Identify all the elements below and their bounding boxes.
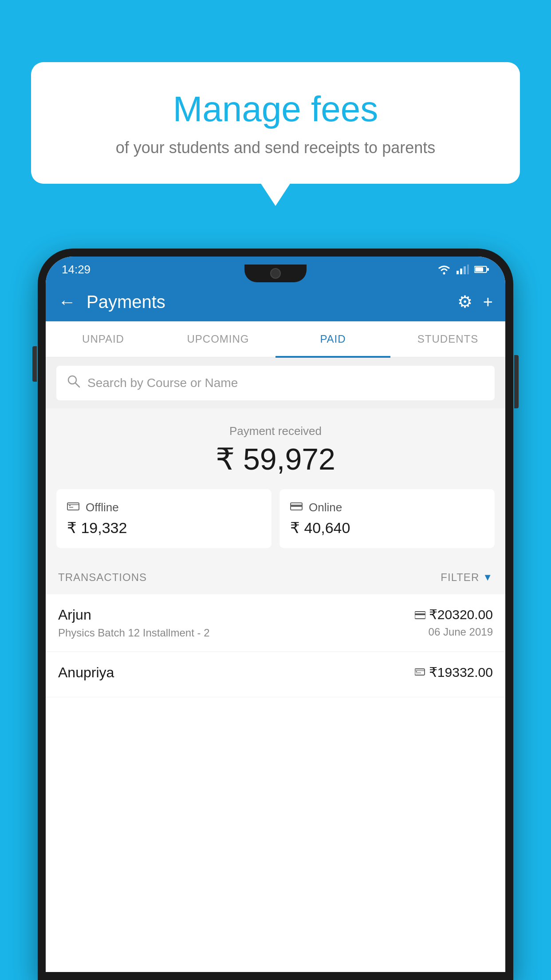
offline-payment-card: Offline ₹ 19,332 (56, 489, 272, 548)
search-bar[interactable]: Search by Course or Name (56, 366, 495, 400)
search-icon (67, 375, 80, 391)
add-button[interactable]: + (483, 292, 493, 312)
svg-point-0 (443, 273, 445, 275)
offline-label: Offline (86, 501, 119, 514)
back-button[interactable]: ← (58, 292, 76, 312)
svg-rect-15 (291, 505, 302, 507)
battery-icon (474, 265, 489, 273)
transaction-right: ₹19332.00 (415, 664, 493, 680)
tab-paid[interactable]: PAID (276, 321, 390, 357)
svg-rect-2 (460, 269, 462, 274)
app-header: ← Payments ⚙ + (46, 282, 505, 321)
online-payment-card: Online ₹ 40,640 (279, 489, 495, 548)
transaction-name: Anupriya (58, 664, 415, 681)
phone-camera (270, 268, 281, 279)
header-icons: ⚙ + (457, 292, 493, 312)
table-row[interactable]: Arjun Physics Batch 12 Installment - 2 ₹… (46, 594, 505, 652)
cash-icon-small (415, 665, 425, 680)
phone-frame: 14:29 (38, 249, 513, 980)
power-button (514, 355, 519, 408)
transactions-header: TRANSACTIONS FILTER ▼ (46, 561, 505, 594)
payment-received-label: Payment received (56, 424, 495, 438)
payment-breakdown-section: Offline ₹ 19,332 Online ₹ 40,640 (46, 489, 505, 561)
transactions-label: TRANSACTIONS (58, 571, 147, 584)
volume-button (32, 346, 37, 382)
transaction-amount: ₹19332.00 (415, 664, 493, 680)
wifi-icon (437, 264, 451, 275)
phone-screen: 14:29 (46, 257, 505, 972)
online-amount: ₹ 40,640 (290, 519, 484, 537)
manage-fees-title: Manage fees (62, 89, 489, 130)
status-bar: 14:29 (46, 257, 505, 282)
card-icon-small (415, 607, 425, 622)
offline-amount: ₹ 19,332 (67, 519, 261, 537)
svg-rect-18 (415, 669, 425, 675)
online-label: Online (309, 501, 342, 514)
speech-bubble: Manage fees of your students and send re… (31, 62, 520, 184)
online-card-header: Online (290, 501, 484, 514)
signal-icon (457, 265, 469, 274)
tab-students[interactable]: STUDENTS (390, 321, 505, 357)
svg-line-9 (75, 383, 79, 387)
speech-bubble-container: Manage fees of your students and send re… (31, 62, 520, 184)
transaction-amount: ₹20320.00 (415, 607, 493, 622)
svg-rect-10 (67, 503, 79, 510)
transaction-left: Anupriya (58, 664, 415, 684)
status-time: 14:29 (62, 263, 91, 277)
phone-notch (244, 265, 307, 282)
tab-upcoming[interactable]: UPCOMING (161, 321, 276, 357)
svg-rect-17 (415, 613, 425, 615)
offline-card-header: Offline (67, 501, 261, 514)
search-container: Search by Course or Name (46, 358, 505, 408)
svg-rect-1 (457, 271, 459, 274)
tabs-bar: UNPAID UPCOMING PAID STUDENTS (46, 321, 505, 358)
svg-rect-6 (475, 267, 483, 272)
online-icon (290, 501, 303, 514)
transaction-name: Arjun (58, 607, 415, 623)
transaction-list: Arjun Physics Batch 12 Installment - 2 ₹… (46, 594, 505, 697)
transaction-left: Arjun Physics Batch 12 Installment - 2 (58, 607, 415, 639)
status-icons (437, 264, 489, 275)
table-row[interactable]: Anupriya ₹19332.00 (46, 652, 505, 697)
transaction-right: ₹20320.00 06 June 2019 (415, 607, 493, 638)
payment-received-amount: ₹ 59,972 (56, 442, 495, 477)
svg-rect-3 (464, 266, 466, 274)
transaction-description: Physics Batch 12 Installment - 2 (58, 627, 415, 639)
manage-fees-subtitle: of your students and send receipts to pa… (62, 138, 489, 157)
filter-button[interactable]: FILTER ▼ (441, 571, 493, 584)
offline-icon (67, 501, 79, 514)
filter-icon: ▼ (483, 572, 493, 583)
payment-received-section: Payment received ₹ 59,972 (46, 408, 505, 489)
svg-rect-4 (467, 265, 469, 274)
svg-rect-7 (487, 268, 489, 271)
page-title: Payments (87, 292, 447, 312)
search-placeholder: Search by Course or Name (87, 376, 238, 390)
filter-label: FILTER (441, 571, 479, 584)
transaction-date: 06 June 2019 (429, 626, 493, 638)
settings-button[interactable]: ⚙ (457, 292, 472, 312)
tab-unpaid[interactable]: UNPAID (46, 321, 161, 357)
